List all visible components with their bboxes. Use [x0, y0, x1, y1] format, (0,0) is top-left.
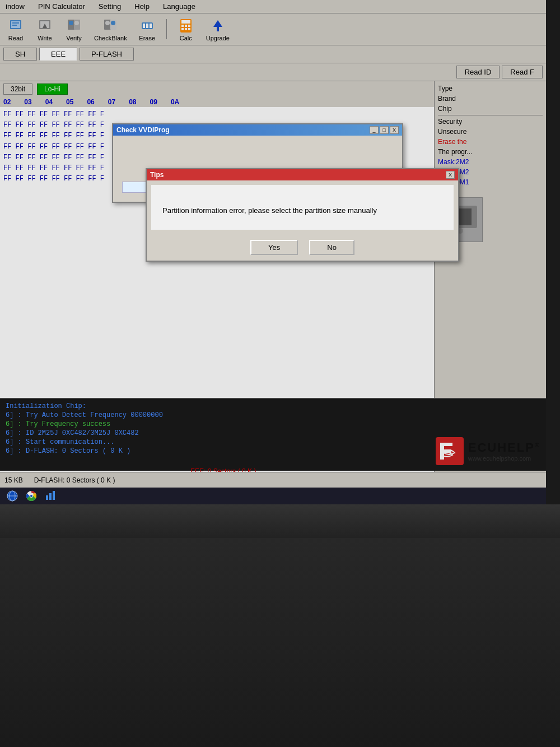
dialog-tips-titlebar: Tips X: [147, 169, 458, 180]
dialog-tips-close[interactable]: X: [446, 171, 455, 179]
modal-overlay: Check VVDIProg _ □ X Tips X Part: [0, 0, 546, 504]
dialog-check-close[interactable]: X: [390, 126, 399, 134]
dialog-check-minimize[interactable]: _: [370, 126, 379, 134]
dialog-tips-title: Tips: [150, 171, 164, 179]
dialog-check-titlebar: Check VVDIProg _ □ X: [113, 124, 402, 136]
tips-yes-button[interactable]: Yes: [250, 240, 298, 255]
tips-buttons-row: Yes No: [147, 234, 458, 261]
laptop-bezel: [0, 504, 560, 538]
tips-message: Partition information error, please sele…: [162, 206, 377, 215]
dialog-check-buttons: _ □ X: [370, 126, 399, 134]
dialog-tips: Tips X Partition information error, plea…: [146, 168, 459, 262]
laptop-body: [0, 504, 560, 747]
tips-no-button[interactable]: No: [309, 240, 354, 255]
screen-area: indow PIN Calculator Setting Help Langua…: [0, 0, 546, 504]
dialog-check-title: Check VVDIProg: [116, 126, 170, 134]
dialog-check-maximize[interactable]: □: [380, 126, 389, 134]
tips-body: Partition information error, please sele…: [151, 185, 454, 230]
dialog-tips-buttons: X: [446, 171, 455, 179]
